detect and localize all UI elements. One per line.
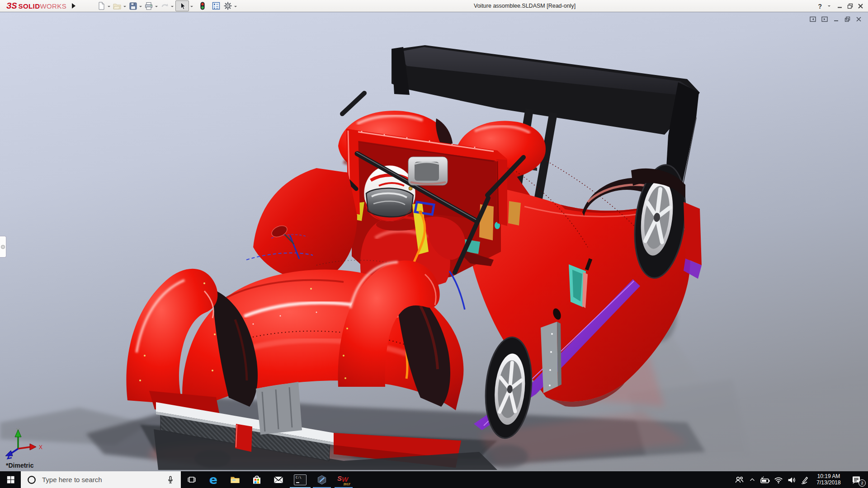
- doc-restore-button[interactable]: [844, 16, 850, 22]
- new-dropdown-caret[interactable]: [108, 6, 110, 9]
- axis-x-label: X: [39, 444, 42, 450]
- menu-flyout-arrow-icon[interactable]: [72, 3, 78, 9]
- brand-works: WORKS: [40, 2, 66, 10]
- undo-dropdown-caret[interactable]: [171, 6, 174, 9]
- windows-ink[interactable]: [798, 471, 811, 488]
- brand-solid: SOLID: [19, 2, 40, 10]
- people-icon: [734, 475, 744, 485]
- windows-taskbar: Type here to search e: [0, 471, 868, 488]
- taskbar-edge[interactable]: e: [203, 471, 224, 488]
- titlebar: ЗS SOLID WORKS Voiture: [0, 0, 868, 12]
- window-title: Voiture assomblee.SLDASM [Read-only]: [474, 3, 576, 9]
- pane-tab-grip-icon: [1, 245, 5, 249]
- volume-status[interactable]: [785, 471, 798, 488]
- select-dropdown-caret[interactable]: [190, 6, 193, 9]
- pen-icon: [800, 475, 810, 485]
- save-dropdown-caret[interactable]: [139, 6, 142, 9]
- mail-icon: [273, 474, 284, 485]
- window-controls: ?: [818, 0, 863, 12]
- x-axis-arrow-icon: [30, 444, 36, 450]
- tray-overflow-button[interactable]: [745, 471, 759, 488]
- close-button[interactable]: [858, 3, 863, 9]
- doc-close-button[interactable]: [856, 16, 862, 22]
- air-intake-box[interactable]: [408, 157, 448, 185]
- battery-status[interactable]: [759, 471, 772, 488]
- microphone-icon[interactable]: [165, 475, 175, 485]
- edge-icon: e: [209, 474, 217, 486]
- edrawings-hexagon-icon: [316, 474, 327, 485]
- select-cursor-icon: [178, 2, 186, 10]
- file-explorer-icon: [230, 474, 241, 485]
- wifi-icon: [774, 475, 783, 485]
- minimize-button[interactable]: [837, 3, 843, 9]
- store-icon: [251, 474, 262, 485]
- open-dropdown-caret[interactable]: [123, 6, 126, 9]
- grille-divider: [235, 424, 252, 452]
- help-button[interactable]: ?: [818, 3, 822, 10]
- rebuild-traffic-light-icon[interactable]: [198, 1, 208, 11]
- system-tray: 10:19 AM 7/13/2018 2: [732, 471, 868, 488]
- view-orientation-label: *Dimetric: [6, 462, 33, 469]
- clock-time: 10:19 AM: [811, 474, 846, 480]
- action-center-button[interactable]: 2: [846, 471, 866, 488]
- document-window-controls: [810, 16, 862, 22]
- display-settings-icon[interactable]: [211, 1, 221, 11]
- speaker-icon: [787, 475, 797, 485]
- restore-button[interactable]: [847, 3, 853, 9]
- quick-access-toolbar: [96, 0, 239, 11]
- clock[interactable]: 10:19 AM 7/13/2018: [811, 471, 846, 488]
- undo-icon[interactable]: [160, 1, 170, 11]
- graphics-viewport[interactable]: Y X *Dimetric: [0, 12, 868, 471]
- search-input[interactable]: Type here to search: [21, 471, 181, 488]
- taskbar-solidworks[interactable]: S W 2017: [333, 471, 354, 488]
- solidworks-logo: ЗS SOLID WORKS: [6, 1, 66, 11]
- notification-badge: 2: [859, 479, 866, 487]
- dock-pane-right-icon[interactable]: [821, 16, 828, 22]
- blue-cable: [449, 271, 465, 310]
- network-status[interactable]: [772, 471, 785, 488]
- options-gear-icon[interactable]: [223, 1, 233, 11]
- taskbar-mail[interactable]: [268, 471, 289, 488]
- print-icon[interactable]: [144, 1, 154, 11]
- help-dropdown-caret[interactable]: [828, 5, 830, 8]
- gray-side-panel: [541, 322, 558, 393]
- cortana-icon: [27, 475, 37, 485]
- doc-minimize-button[interactable]: [833, 16, 839, 22]
- command-prompt-icon: C:\: [294, 474, 307, 485]
- taskbar-edrawings[interactable]: [311, 471, 333, 488]
- search-placeholder: Type here to search: [42, 476, 165, 483]
- task-view-icon: [187, 475, 197, 485]
- new-document-icon[interactable]: [96, 1, 106, 11]
- battery-icon: [760, 475, 771, 485]
- orientation-triad: Y X: [0, 427, 45, 463]
- taskbar-store[interactable]: [246, 471, 268, 488]
- open-icon[interactable]: [112, 1, 122, 11]
- task-view-button[interactable]: [181, 471, 203, 488]
- chevron-up-icon: [748, 476, 756, 484]
- people-button[interactable]: [732, 471, 745, 488]
- start-button[interactable]: [0, 471, 21, 488]
- left-flank[interactable]: [253, 168, 357, 281]
- ds-logo-icon: ЗS: [6, 1, 17, 11]
- taskbar-file-explorer[interactable]: [224, 471, 246, 488]
- options-dropdown-caret[interactable]: [234, 6, 237, 9]
- select-tool-button[interactable]: [175, 0, 189, 11]
- collapsed-task-pane-tab[interactable]: [0, 236, 6, 258]
- taskbar-command-prompt[interactable]: C:\: [289, 471, 311, 488]
- race-car-model[interactable]: [0, 12, 868, 471]
- clock-date: 7/13/2018: [811, 480, 846, 486]
- solidworks-2017-icon: S W 2017: [337, 474, 350, 486]
- dock-pane-left-icon[interactable]: [810, 16, 816, 22]
- windows-logo-icon: [7, 476, 14, 483]
- save-icon[interactable]: [128, 1, 138, 11]
- print-dropdown-caret[interactable]: [155, 6, 158, 9]
